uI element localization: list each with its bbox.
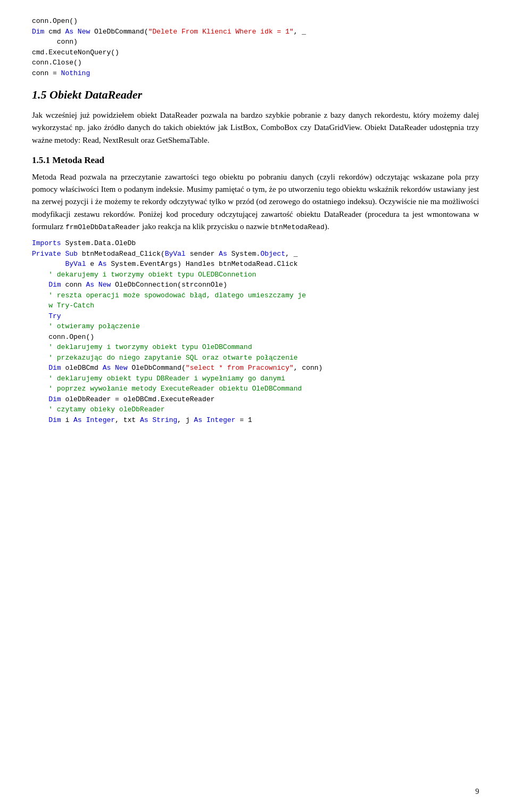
code-line: Dim i As Integer, txt As String, j As In… bbox=[32, 415, 479, 426]
code-line: conn.Close() bbox=[32, 58, 479, 68]
code-line: ' deklarujemy obiekt typu DBReader i wyp… bbox=[32, 373, 479, 384]
code-line: Try bbox=[32, 311, 479, 322]
code-line: ByVal e As System.EventArgs) Handles btn… bbox=[32, 259, 479, 270]
inline-code-1: frmOleDbDataReader bbox=[65, 223, 140, 231]
code-line: cmd.ExecuteNonQuery() bbox=[32, 47, 479, 58]
code-line: Dim cmd As New OleDbCommand("Delete From… bbox=[32, 27, 479, 37]
code-line: conn.Open() bbox=[32, 16, 479, 27]
code-line: ' przekazując do niego zapytanie SQL ora… bbox=[32, 353, 479, 363]
code-line: Private Sub btnMetodaRead_Click(ByVal se… bbox=[32, 249, 479, 259]
code-line: ' otwieramy połączenie bbox=[32, 321, 479, 332]
code-line: ' czytamy obieky oleDbReader bbox=[32, 404, 479, 415]
code-line: Imports System.Data.OleDb bbox=[32, 238, 479, 249]
code-line: ' dekarujemy i tworzymy obiekt typu OLED… bbox=[32, 270, 479, 280]
section-heading-1-5: 1.5 Obiekt DataReader bbox=[32, 88, 479, 102]
code-line: Dim oleDbReader = oleDBCmd.ExecuteReader bbox=[32, 394, 479, 405]
code-line: conn) bbox=[32, 37, 479, 47]
page-content: conn.Open() Dim cmd As New OleDbCommand(… bbox=[32, 16, 479, 425]
code-line: w Try-Catch bbox=[32, 301, 479, 311]
para-text-2: jako reakcja na klik przycisku o nazwie bbox=[140, 222, 270, 231]
code-block-top: conn.Open() Dim cmd As New OleDbCommand(… bbox=[32, 16, 479, 78]
para-text-3: ). bbox=[325, 222, 329, 231]
code-line: conn.Open() bbox=[32, 332, 479, 343]
code-line: ' deklarujemy i tworzymy obiekt typu Ole… bbox=[32, 342, 479, 353]
subsection-1-5-1-para1: Metoda Read pozwala na przeczytanie zawa… bbox=[32, 171, 479, 233]
inline-code-2: btnMetodaRead bbox=[270, 223, 324, 231]
code-block-bottom: Imports System.Data.OleDb Private Sub bt… bbox=[32, 238, 479, 425]
page-number: 9 bbox=[475, 787, 479, 796]
subsection-heading-1-5-1: 1.5.1 Metoda Read bbox=[32, 155, 479, 166]
code-line: Dim oleDBCmd As New OleDbCommand("select… bbox=[32, 363, 479, 373]
code-line: conn = Nothing bbox=[32, 68, 479, 79]
section-1-5-para1: Jak wcześniej już powidziełem obiekt Dat… bbox=[32, 109, 479, 147]
code-line: ' reszta operacji może spowodować błąd, … bbox=[32, 290, 479, 301]
code-line: Dim conn As New OleDbConnection(strconnO… bbox=[32, 280, 479, 290]
code-line: ' poprzez wywołanie metody ExecuteReader… bbox=[32, 384, 479, 394]
